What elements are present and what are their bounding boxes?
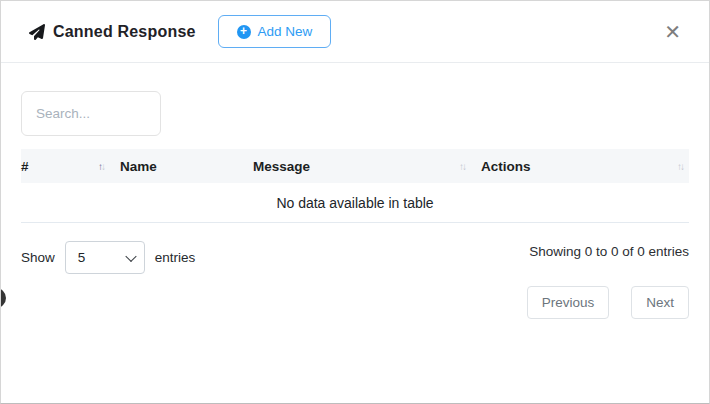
plus-circle-icon: + [237,25,251,39]
column-label: Name [120,159,157,174]
paper-plane-icon [29,24,45,40]
title-wrap: Canned Response [29,23,196,41]
column-label: Actions [481,159,531,174]
close-icon[interactable]: ✕ [658,18,687,46]
add-new-button[interactable]: + Add New [218,15,332,48]
table-info-text: Showing 0 to 0 of 0 entries [529,244,689,259]
column-header-number[interactable]: # ↑↓ [21,149,108,183]
table-empty-message: No data available in table [21,183,689,223]
page-length-select[interactable]: 5 [66,242,144,273]
column-header-message[interactable]: Message ↑↓ [243,149,469,183]
pagination: Previous Next [21,286,689,319]
modal-body: # ↑↓ Name Message ↑↓ Actions ↑↓ No data … [1,63,709,319]
column-label: # [21,159,29,174]
table-header-row: # ↑↓ Name Message ↑↓ Actions ↑↓ [21,149,689,183]
sort-icon[interactable]: ↑↓ [677,161,687,172]
modal-header: Canned Response + Add New ✕ [1,1,709,63]
add-new-label: Add New [258,24,313,39]
page-length-select-wrap: 5 [65,241,145,274]
next-button[interactable]: Next [631,286,689,319]
column-header-actions[interactable]: Actions ↑↓ [469,149,689,183]
show-label: Show [21,250,55,265]
column-header-name[interactable]: Name [108,149,243,183]
sort-icon[interactable]: ↑↓ [459,161,469,172]
modal-title: Canned Response [53,23,196,41]
previous-button[interactable]: Previous [527,286,610,319]
column-label: Message [253,159,310,174]
search-input[interactable] [21,91,161,136]
table-controls-row: Show 5 entries Showing 0 to 0 of 0 entri… [21,241,689,274]
sort-icon[interactable]: ↑↓ [98,161,108,172]
entries-label: entries [155,250,196,265]
canned-response-table: # ↑↓ Name Message ↑↓ Actions ↑↓ No data … [21,149,689,223]
